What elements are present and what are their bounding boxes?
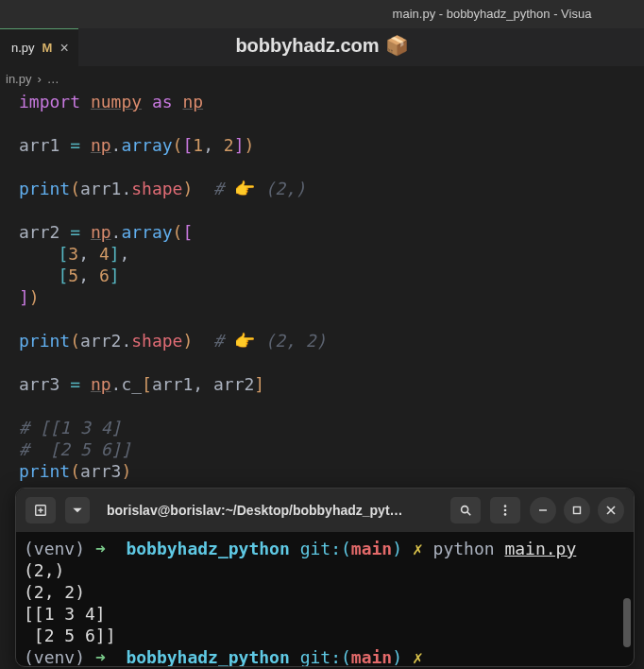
tab-main-py[interactable]: n.py M × bbox=[0, 28, 78, 66]
breadcrumb-rest: … bbox=[47, 72, 59, 86]
svg-point-3 bbox=[462, 506, 468, 513]
svg-line-4 bbox=[467, 512, 471, 516]
window-title: main.py - bobbyhadz_python - Visua bbox=[53, 7, 592, 21]
close-icon[interactable]: × bbox=[59, 41, 68, 56]
breadcrumb[interactable]: in.py › … bbox=[0, 66, 644, 91]
terminal-title: borislav@borislav:~/Desktop/bobbyhadz_py… bbox=[99, 503, 441, 518]
watermark: bobbyhadz.com 📦 bbox=[235, 34, 408, 57]
terminal-header: borislav@borislav:~/Desktop/bobbyhadz_py… bbox=[16, 489, 634, 532]
breadcrumb-file: in.py bbox=[6, 72, 31, 86]
dropdown-button[interactable] bbox=[65, 497, 90, 523]
scrollbar[interactable] bbox=[623, 598, 631, 647]
terminal-window: borislav@borislav:~/Desktop/bobbyhadz_py… bbox=[15, 488, 635, 667]
cube-icon: 📦 bbox=[385, 34, 409, 57]
menu-button[interactable] bbox=[490, 497, 520, 523]
new-tab-button[interactable] bbox=[25, 497, 56, 523]
watermark-text: bobbyhadz.com bbox=[235, 35, 379, 57]
search-button[interactable] bbox=[450, 497, 481, 523]
svg-point-5 bbox=[504, 505, 507, 507]
svg-point-6 bbox=[504, 509, 507, 512]
maximize-button[interactable] bbox=[564, 497, 590, 523]
minimize-button[interactable] bbox=[530, 497, 556, 523]
terminal-body[interactable]: (venv) ➜ bobbyhadz_python git:(main) ✗ p… bbox=[16, 532, 634, 666]
window-title-bar: main.py - bobbyhadz_python - Visua bbox=[0, 0, 644, 28]
tab-row: n.py M × bobbyhadz.com 📦 bbox=[0, 28, 644, 66]
close-button[interactable] bbox=[598, 497, 624, 523]
code-editor[interactable]: import numpy as np arr1 = np.array([1, 2… bbox=[0, 91, 644, 482]
svg-point-7 bbox=[504, 513, 507, 516]
svg-rect-9 bbox=[574, 507, 581, 514]
breadcrumb-sep: › bbox=[37, 72, 41, 86]
tab-filename: n.py bbox=[11, 41, 35, 55]
tab-modified-marker: M bbox=[42, 41, 53, 55]
